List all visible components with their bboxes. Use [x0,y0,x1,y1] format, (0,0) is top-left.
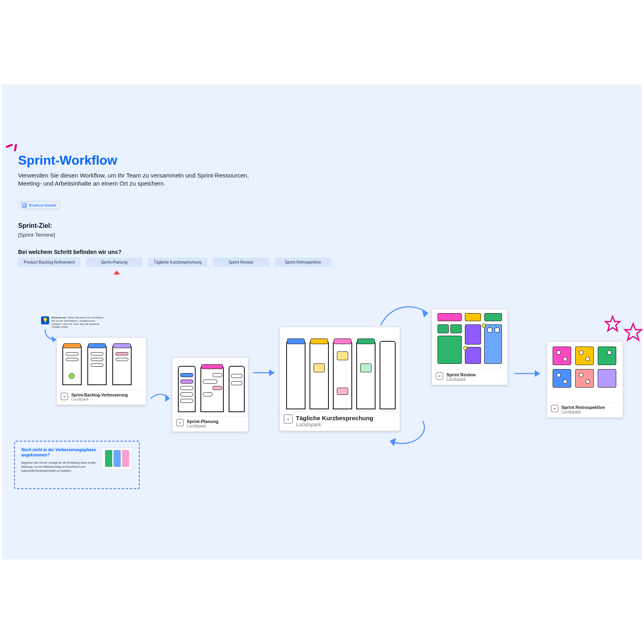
template-icon: + [176,419,184,426]
arrow-card1-to-card2-icon [149,390,171,407]
svg-marker-2 [270,370,274,375]
card-daily-preview [280,327,400,412]
star-icon [623,322,643,342]
step-sprint-planung[interactable]: Sprint-Planung [86,258,142,267]
tip-label: Moderatoren: [52,316,67,319]
star-icon [604,315,621,332]
card-review[interactable]: + Sprint Review Lucidspark [431,309,508,385]
card-review-source: Lucidspark [446,377,476,382]
lightbulb-icon: 💡 [41,316,49,324]
page-title: Sprint-Workflow [18,153,118,168]
sprint-goal-label: Sprint-Ziel: [18,222,52,229]
tip-text: Moderatoren: Öffnen Sie jeden Link und k… [52,316,105,329]
card-retro-preview [547,342,623,402]
hint-box: Noch nicht in der Verbesserungsphase ang… [14,441,140,489]
template-icon: + [284,415,293,423]
svg-marker-1 [166,395,169,401]
card-planning-source: Lucidspark [187,424,219,428]
arrow-card3-loop-icon [386,419,431,451]
hint-title: Noch nicht in der Verbesserungsphase ang… [21,447,97,458]
card-planning[interactable]: + Sprint-Planung Lucidspark [172,357,248,432]
step-retro[interactable]: Sprint Retrospektive [275,258,331,267]
page-subtitle: Verwenden Sie diesen Workflow, um Ihr Te… [18,171,268,188]
steps-row: Product Backlog Refinement Sprint-Planun… [18,258,331,267]
step-backlog-refinement[interactable]: Product Backlog Refinement [18,258,80,267]
card-retro-title: Sprint Retrospektive [561,405,605,410]
card-planning-preview [172,358,248,416]
card-review-preview [432,309,508,369]
sprint-dates: [Sprint-Termine] [18,232,55,238]
arrow-card3-to-card4-icon [378,301,431,329]
moderator-tip: 💡 Moderatoren: Öffnen Sie jeden Link und… [41,316,105,329]
selected-step-marker-icon [114,270,120,275]
arrow-tip-to-card1-icon [43,328,60,342]
svg-marker-4 [390,439,395,445]
template-icon: + [436,372,443,380]
card-backlog[interactable]: + Sprint-Backlog-Verbesserung Lucidspark [56,337,147,405]
card-retro[interactable]: + Sprint Retrospektive Lucidspark [547,341,623,418]
step-review[interactable]: Sprint Review [213,258,269,267]
boards-icon [22,203,27,208]
arrow-card2-to-card3-icon [251,369,277,377]
step-daily[interactable]: Tägliche Kurzbesprechung [148,258,207,267]
card-daily-source: Lucidspark [296,421,374,427]
svg-marker-5 [535,371,539,376]
breakout-boards-label: Breakout-Boards [29,203,56,207]
card-review-title: Sprint Review [446,372,476,377]
arrow-card4-to-card5-icon [513,369,543,378]
card-backlog-title: Sprint-Backlog-Verbesserung [71,393,128,397]
breakout-boards-button[interactable]: Breakout-Boards [18,201,60,209]
svg-marker-0 [52,337,56,341]
step-question: Bei welchem Schritt befinden wir uns? [18,249,122,255]
card-backlog-preview [57,338,146,390]
card-planning-title: Sprint-Planung [187,419,219,424]
hint-thumbnail [102,447,132,470]
card-daily-title: Tägliche Kurzbesprechung [296,415,374,421]
template-icon: + [551,405,558,412]
card-retro-source: Lucidspark [561,410,605,414]
card-backlog-source: Lucidspark [71,397,128,401]
card-daily[interactable]: + Tägliche Kurzbesprechung Lucidspark [279,327,400,431]
template-icon: + [61,393,68,400]
hint-body: Beginnen Sie mit der Vorlage für die Ers… [21,461,97,473]
